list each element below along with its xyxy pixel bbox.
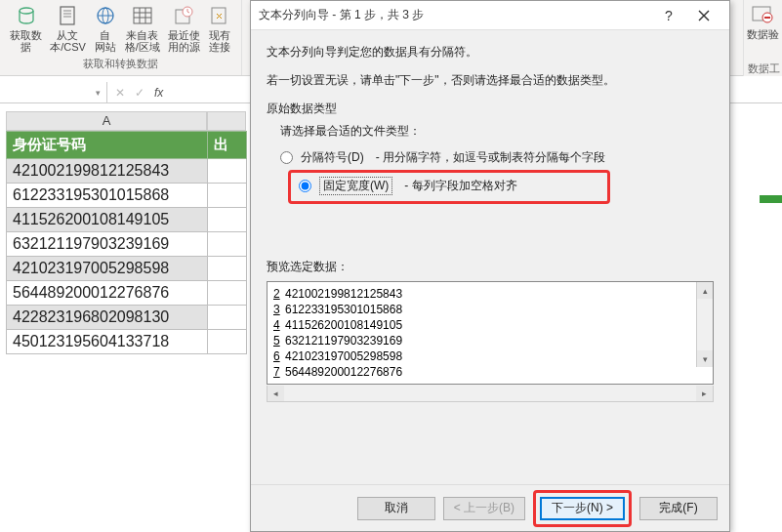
from-text-csv-button[interactable]: 从文本/CSV (47, 2, 89, 55)
svg-rect-1 (61, 7, 74, 24)
preview-row: 6421023197005298598 (273, 348, 707, 364)
globe-icon (94, 4, 117, 27)
from-table-button[interactable]: 来自表格/区域 (122, 2, 163, 55)
dialog-title: 文本分列向导 - 第 1 步，共 3 步 (259, 7, 651, 23)
fx-icon[interactable]: fx (154, 86, 163, 100)
next-button[interactable]: 下一步(N) > (540, 497, 625, 520)
finish-button[interactable]: 完成(F) (639, 497, 718, 520)
radio-delimited-desc: - 用分隔字符，如逗号或制表符分隔每个字段 (376, 149, 605, 166)
from-web-button[interactable]: 自网站 (91, 2, 120, 55)
dialog-footer: 取消 < 上一步(B) 下一步(N) > 完成(F) (251, 484, 729, 531)
scroll-up-icon[interactable]: ▴ (697, 282, 713, 299)
preview-vertical-scrollbar[interactable]: ▴ ▾ (696, 282, 713, 367)
dialog-intro-2: 若一切设置无误，请单击"下一步"，否则请选择最合适的数据类型。 (267, 72, 714, 89)
header-id[interactable]: 身份证号码 (7, 132, 208, 159)
cell[interactable] (208, 281, 247, 306)
cell[interactable] (208, 159, 247, 184)
cell[interactable]: 422823196802098130 (7, 306, 208, 330)
radio-fixed-width-desc: - 每列字段加空格对齐 (404, 178, 516, 194)
svg-point-0 (20, 8, 33, 14)
cell[interactable]: 421023197005298598 (7, 257, 208, 281)
preview-row: 4411526200108149105 (273, 317, 707, 333)
database-icon (15, 4, 38, 27)
radio-delimited-label: 分隔符号(D) (301, 149, 364, 166)
cell[interactable] (208, 184, 247, 208)
ribbon-group-label: 获取和转换数据 (83, 57, 158, 73)
back-button[interactable]: < 上一步(B) (443, 497, 525, 520)
column-header-a[interactable]: A (6, 111, 207, 131)
preview-row: 7564489200012276876 (273, 364, 707, 380)
help-button[interactable]: ? (651, 2, 686, 29)
cell[interactable]: 612233195301015868 (7, 184, 208, 208)
highlight-fixed-width: 固定宽度(W) - 每列字段加空格对齐 (288, 170, 610, 204)
radio-delimited-row[interactable]: 分隔符号(D) - 用分隔字符，如逗号或制表符分隔每个字段 (280, 149, 714, 166)
scroll-down-icon[interactable]: ▾ (697, 350, 713, 367)
cancel-formula-icon[interactable]: ✕ (115, 86, 125, 100)
radio-fixed-width[interactable] (299, 180, 311, 192)
recent-icon (172, 4, 195, 27)
data-validation-icon (752, 4, 775, 27)
text-to-columns-wizard-dialog: 文本分列向导 - 第 1 步，共 3 步 ? 文本分列向导判定您的数据具有分隔符… (250, 0, 730, 532)
chevron-down-icon: ▾ (96, 88, 101, 98)
cell[interactable] (208, 257, 247, 281)
dialog-intro-1: 文本分列向导判定您的数据具有分隔符。 (267, 44, 714, 61)
cell[interactable] (208, 232, 247, 257)
cell[interactable]: 564489200012276876 (7, 281, 208, 306)
cancel-button[interactable]: 取消 (357, 497, 435, 520)
preview-box: 2421002199812125843 3612233195301015868 … (267, 281, 714, 385)
minimap-hint (745, 195, 782, 203)
scroll-left-icon[interactable]: ◂ (268, 386, 284, 401)
preview-horizontal-scrollbar[interactable]: ◂ ▸ (267, 386, 714, 402)
data-table: 身份证号码 出 421002199812125843 6122331953010… (6, 131, 247, 354)
ribbon-group-get-transform: 获取数据 从文本/CSV 自网站 来自表格/区域 最近使用的源 现有连接 (0, 0, 242, 75)
close-button[interactable] (686, 2, 721, 29)
close-icon (698, 10, 710, 21)
existing-connections-button[interactable]: 现有连接 (205, 2, 234, 55)
cell[interactable]: 411526200108149105 (7, 208, 208, 232)
confirm-formula-icon[interactable]: ✓ (135, 86, 144, 100)
get-data-button[interactable]: 获取数据 (7, 2, 45, 55)
recent-sources-button[interactable]: 最近使用的源 (165, 2, 203, 55)
preview-label: 预览选定数据： (267, 259, 714, 275)
cell[interactable] (208, 330, 247, 354)
highlight-next: 下一步(N) > (533, 490, 632, 527)
svg-rect-8 (134, 8, 151, 23)
scroll-right-icon[interactable]: ▸ (696, 386, 713, 401)
choose-file-type-label: 请选择最合适的文件类型： (280, 123, 714, 140)
column-header-b[interactable] (207, 111, 246, 131)
cell[interactable] (208, 306, 247, 330)
table-icon (131, 4, 154, 27)
radio-fixed-width-label: 固定宽度(W) (319, 177, 392, 195)
dialog-titlebar[interactable]: 文本分列向导 - 第 1 步，共 3 步 ? (251, 1, 729, 30)
cell[interactable]: 450123195604133718 (7, 330, 208, 354)
preview-row: 5632121197903239169 (273, 333, 707, 348)
connection-icon (208, 4, 231, 27)
file-text-icon (56, 4, 79, 27)
cell[interactable] (208, 208, 247, 232)
preview-row: 2421002199812125843 (273, 286, 707, 302)
ribbon-right-group-label: 数据工 (748, 61, 780, 76)
radio-delimited[interactable] (280, 151, 293, 164)
name-box[interactable]: ▾ (0, 82, 107, 102)
original-data-type-label: 原始数据类型 (267, 101, 714, 117)
radio-fixed-width-row[interactable]: 固定宽度(W) - 每列字段加空格对齐 (299, 177, 599, 195)
cell[interactable]: 421002199812125843 (7, 159, 208, 184)
preview-row: 3612233195301015868 (273, 302, 707, 317)
cell[interactable]: 632121197903239169 (7, 232, 208, 257)
header-b[interactable]: 出 (208, 132, 247, 159)
